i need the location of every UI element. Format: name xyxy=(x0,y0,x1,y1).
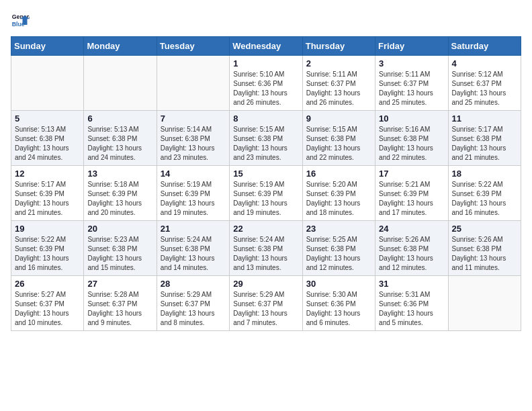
day-info: Sunrise: 5:27 AM Sunset: 6:37 PM Dayligh… xyxy=(15,290,80,328)
calendar-week-row: 5Sunrise: 5:13 AM Sunset: 6:38 PM Daylig… xyxy=(11,111,521,166)
calendar-day-11: 11Sunrise: 5:17 AM Sunset: 6:38 PM Dayli… xyxy=(448,111,521,166)
calendar-day-9: 9Sunrise: 5:15 AM Sunset: 6:38 PM Daylig… xyxy=(302,111,375,166)
calendar-day-1: 1Sunrise: 5:10 AM Sunset: 6:36 PM Daylig… xyxy=(230,56,302,111)
calendar-day-4: 4Sunrise: 5:12 AM Sunset: 6:37 PM Daylig… xyxy=(448,56,521,111)
calendar-day-13: 13Sunrise: 5:18 AM Sunset: 6:39 PM Dayli… xyxy=(84,166,157,221)
calendar-day-21: 21Sunrise: 5:24 AM Sunset: 6:38 PM Dayli… xyxy=(157,221,229,276)
calendar-day-28: 28Sunrise: 5:29 AM Sunset: 6:37 PM Dayli… xyxy=(157,276,229,331)
day-number: 24 xyxy=(379,224,444,234)
day-info: Sunrise: 5:17 AM Sunset: 6:39 PM Dayligh… xyxy=(15,180,80,218)
calendar-day-5: 5Sunrise: 5:13 AM Sunset: 6:38 PM Daylig… xyxy=(11,111,84,166)
day-info: Sunrise: 5:18 AM Sunset: 6:39 PM Dayligh… xyxy=(87,180,152,218)
day-number: 29 xyxy=(233,279,298,289)
calendar-day-18: 18Sunrise: 5:22 AM Sunset: 6:39 PM Dayli… xyxy=(448,166,521,221)
page-header: General Blue xyxy=(11,11,521,30)
day-info: Sunrise: 5:29 AM Sunset: 6:37 PM Dayligh… xyxy=(233,290,298,328)
day-number: 18 xyxy=(452,169,517,179)
day-info: Sunrise: 5:12 AM Sunset: 6:37 PM Dayligh… xyxy=(452,70,517,107)
calendar-day-20: 20Sunrise: 5:23 AM Sunset: 6:38 PM Dayli… xyxy=(84,221,157,276)
day-number: 14 xyxy=(161,169,226,179)
calendar-table: SundayMondayTuesdayWednesdayThursdayFrid… xyxy=(11,36,521,331)
weekday-header-row: SundayMondayTuesdayWednesdayThursdayFrid… xyxy=(11,37,521,56)
calendar-week-row: 12Sunrise: 5:17 AM Sunset: 6:39 PM Dayli… xyxy=(11,166,521,221)
day-info: Sunrise: 5:15 AM Sunset: 6:38 PM Dayligh… xyxy=(306,125,371,163)
day-number: 27 xyxy=(87,279,152,289)
calendar-day-2: 2Sunrise: 5:11 AM Sunset: 6:37 PM Daylig… xyxy=(302,56,375,111)
day-number: 31 xyxy=(379,279,444,289)
day-number: 8 xyxy=(233,113,298,124)
day-number: 19 xyxy=(15,224,80,234)
calendar-day-22: 22Sunrise: 5:24 AM Sunset: 6:38 PM Dayli… xyxy=(230,221,302,276)
day-info: Sunrise: 5:16 AM Sunset: 6:38 PM Dayligh… xyxy=(379,125,444,163)
logo-icon: General Blue xyxy=(11,11,30,30)
day-number: 15 xyxy=(233,169,298,179)
day-info: Sunrise: 5:22 AM Sunset: 6:39 PM Dayligh… xyxy=(15,235,80,273)
day-number: 22 xyxy=(233,224,298,234)
calendar-day-12: 12Sunrise: 5:17 AM Sunset: 6:39 PM Dayli… xyxy=(11,166,84,221)
calendar-day-3: 3Sunrise: 5:11 AM Sunset: 6:37 PM Daylig… xyxy=(375,56,448,111)
calendar-day-7: 7Sunrise: 5:14 AM Sunset: 6:38 PM Daylig… xyxy=(157,111,229,166)
calendar-day-14: 14Sunrise: 5:19 AM Sunset: 6:39 PM Dayli… xyxy=(157,166,229,221)
day-number: 6 xyxy=(87,113,152,124)
logo: General Blue xyxy=(11,11,32,30)
calendar-day-23: 23Sunrise: 5:25 AM Sunset: 6:38 PM Dayli… xyxy=(302,221,375,276)
day-number: 1 xyxy=(233,58,298,68)
day-info: Sunrise: 5:28 AM Sunset: 6:37 PM Dayligh… xyxy=(87,290,152,328)
day-info: Sunrise: 5:19 AM Sunset: 6:39 PM Dayligh… xyxy=(233,180,298,218)
calendar-day-10: 10Sunrise: 5:16 AM Sunset: 6:38 PM Dayli… xyxy=(375,111,448,166)
calendar-day-26: 26Sunrise: 5:27 AM Sunset: 6:37 PM Dayli… xyxy=(11,276,84,331)
calendar-empty-cell xyxy=(448,276,521,331)
day-info: Sunrise: 5:11 AM Sunset: 6:37 PM Dayligh… xyxy=(306,70,371,107)
weekday-header-monday: Monday xyxy=(84,37,157,56)
day-number: 25 xyxy=(452,224,517,234)
day-info: Sunrise: 5:11 AM Sunset: 6:37 PM Dayligh… xyxy=(379,70,444,107)
day-info: Sunrise: 5:14 AM Sunset: 6:38 PM Dayligh… xyxy=(161,125,226,163)
weekday-header-friday: Friday xyxy=(375,37,448,56)
calendar-day-15: 15Sunrise: 5:19 AM Sunset: 6:39 PM Dayli… xyxy=(230,166,302,221)
weekday-header-wednesday: Wednesday xyxy=(230,37,302,56)
calendar-day-19: 19Sunrise: 5:22 AM Sunset: 6:39 PM Dayli… xyxy=(11,221,84,276)
day-number: 9 xyxy=(306,113,371,124)
calendar-day-8: 8Sunrise: 5:15 AM Sunset: 6:38 PM Daylig… xyxy=(230,111,302,166)
day-info: Sunrise: 5:21 AM Sunset: 6:39 PM Dayligh… xyxy=(379,180,444,218)
calendar-day-6: 6Sunrise: 5:13 AM Sunset: 6:38 PM Daylig… xyxy=(84,111,157,166)
weekday-header-saturday: Saturday xyxy=(448,37,521,56)
day-number: 4 xyxy=(452,58,517,68)
calendar-empty-cell xyxy=(84,56,157,111)
day-info: Sunrise: 5:30 AM Sunset: 6:36 PM Dayligh… xyxy=(306,290,371,328)
day-number: 5 xyxy=(15,113,80,124)
day-number: 26 xyxy=(15,279,80,289)
calendar-day-25: 25Sunrise: 5:26 AM Sunset: 6:38 PM Dayli… xyxy=(448,221,521,276)
day-info: Sunrise: 5:31 AM Sunset: 6:36 PM Dayligh… xyxy=(379,290,444,328)
day-info: Sunrise: 5:17 AM Sunset: 6:38 PM Dayligh… xyxy=(452,125,517,163)
calendar-week-row: 26Sunrise: 5:27 AM Sunset: 6:37 PM Dayli… xyxy=(11,276,521,331)
calendar-empty-cell xyxy=(157,56,229,111)
day-info: Sunrise: 5:20 AM Sunset: 6:39 PM Dayligh… xyxy=(306,180,371,218)
calendar-week-row: 1Sunrise: 5:10 AM Sunset: 6:36 PM Daylig… xyxy=(11,56,521,111)
day-info: Sunrise: 5:13 AM Sunset: 6:38 PM Dayligh… xyxy=(15,125,80,163)
day-number: 21 xyxy=(161,224,226,234)
day-number: 28 xyxy=(161,279,226,289)
day-number: 3 xyxy=(379,58,444,68)
day-info: Sunrise: 5:24 AM Sunset: 6:38 PM Dayligh… xyxy=(161,235,226,273)
weekday-header-sunday: Sunday xyxy=(11,37,84,56)
calendar-week-row: 19Sunrise: 5:22 AM Sunset: 6:39 PM Dayli… xyxy=(11,221,521,276)
day-number: 10 xyxy=(379,113,444,124)
day-info: Sunrise: 5:26 AM Sunset: 6:38 PM Dayligh… xyxy=(452,235,517,273)
calendar-day-31: 31Sunrise: 5:31 AM Sunset: 6:36 PM Dayli… xyxy=(375,276,448,331)
calendar-day-24: 24Sunrise: 5:26 AM Sunset: 6:38 PM Dayli… xyxy=(375,221,448,276)
day-number: 23 xyxy=(306,224,371,234)
day-number: 30 xyxy=(306,279,371,289)
day-info: Sunrise: 5:23 AM Sunset: 6:38 PM Dayligh… xyxy=(87,235,152,273)
day-info: Sunrise: 5:19 AM Sunset: 6:39 PM Dayligh… xyxy=(161,180,226,218)
day-info: Sunrise: 5:24 AM Sunset: 6:38 PM Dayligh… xyxy=(233,235,298,273)
day-number: 2 xyxy=(306,58,371,68)
calendar-day-16: 16Sunrise: 5:20 AM Sunset: 6:39 PM Dayli… xyxy=(302,166,375,221)
day-info: Sunrise: 5:10 AM Sunset: 6:36 PM Dayligh… xyxy=(233,70,298,107)
day-number: 7 xyxy=(161,113,226,124)
day-number: 11 xyxy=(452,113,517,124)
day-number: 17 xyxy=(379,169,444,179)
calendar-empty-cell xyxy=(11,56,84,111)
calendar-day-30: 30Sunrise: 5:30 AM Sunset: 6:36 PM Dayli… xyxy=(302,276,375,331)
weekday-header-thursday: Thursday xyxy=(302,37,375,56)
